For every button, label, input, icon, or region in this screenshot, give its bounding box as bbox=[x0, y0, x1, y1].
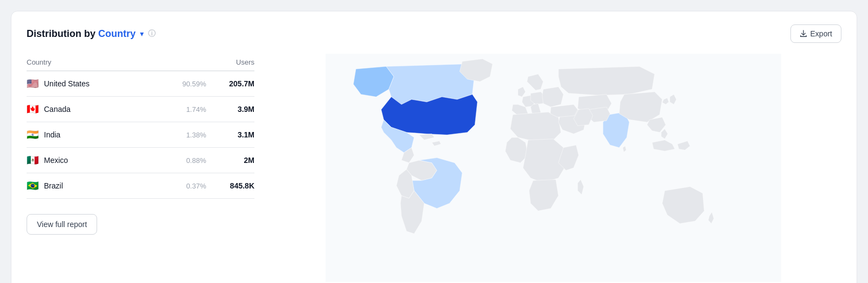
percentage-value: 1.74% bbox=[179, 105, 206, 114]
col-users-header: Users bbox=[236, 58, 254, 66]
table-rows: 🇺🇸 United States 90.59% 205.7M 🇨🇦 Canada… bbox=[27, 71, 254, 199]
export-button[interactable]: Export bbox=[790, 24, 841, 43]
users-value: 205.7M bbox=[219, 79, 254, 88]
country-flag: 🇺🇸 bbox=[27, 79, 39, 89]
table-row[interactable]: 🇨🇦 Canada 1.74% 3.9M bbox=[27, 97, 254, 122]
metrics-cell: 90.59% 205.7M bbox=[179, 79, 254, 88]
country-name: Mexico bbox=[44, 156, 68, 165]
percentage-value: 0.37% bbox=[179, 182, 206, 190]
metrics-cell: 0.88% 2M bbox=[179, 156, 254, 165]
users-value: 3.1M bbox=[219, 130, 254, 139]
country-name: United States bbox=[44, 79, 90, 88]
country-cell: 🇨🇦 Canada bbox=[27, 104, 71, 114]
page-title: Distribution by Country bbox=[27, 28, 136, 40]
table-row[interactable]: 🇲🇽 Mexico 0.88% 2M bbox=[27, 148, 254, 173]
percentage-value: 90.59% bbox=[179, 80, 206, 88]
card-header: Distribution by Country ▾ ⓘ Export bbox=[27, 24, 841, 43]
export-icon bbox=[800, 30, 807, 37]
country-cell: 🇮🇳 India bbox=[27, 130, 60, 140]
north-africa-path bbox=[510, 112, 561, 141]
table-header: Country Users bbox=[27, 54, 254, 71]
country-cell: 🇲🇽 Mexico bbox=[27, 155, 68, 165]
eastern-europe-path bbox=[542, 87, 563, 107]
table-row[interactable]: 🇮🇳 India 1.38% 3.1M bbox=[27, 122, 254, 148]
country-flag: 🇧🇷 bbox=[27, 181, 39, 191]
chevron-down-icon[interactable]: ▾ bbox=[140, 29, 144, 38]
distribution-card: Distribution by Country ▾ ⓘ Export Count… bbox=[11, 11, 857, 283]
country-cell: 🇧🇷 Brazil bbox=[27, 181, 63, 191]
col-country-header: Country bbox=[27, 58, 52, 66]
percentage-value: 0.88% bbox=[179, 156, 206, 165]
percentage-value: 1.38% bbox=[179, 131, 206, 139]
country-name: Canada bbox=[44, 105, 71, 114]
metrics-cell: 1.74% 3.9M bbox=[179, 105, 254, 114]
table-row[interactable]: 🇺🇸 United States 90.59% 205.7M bbox=[27, 71, 254, 97]
metrics-cell: 0.37% 845.8K bbox=[179, 181, 254, 190]
users-value: 3.9M bbox=[219, 105, 254, 114]
table-section: Country Users 🇺🇸 United States 90.59% 20… bbox=[27, 54, 254, 282]
country-name: Brazil bbox=[44, 181, 63, 190]
header-left: Distribution by Country ▾ ⓘ bbox=[27, 28, 156, 40]
table-row[interactable]: 🇧🇷 Brazil 0.37% 845.8K bbox=[27, 173, 254, 199]
russia-path bbox=[558, 66, 654, 95]
country-flag: 🇮🇳 bbox=[27, 130, 39, 140]
view-full-report-button[interactable]: View full report bbox=[27, 214, 97, 235]
world-map bbox=[265, 54, 841, 282]
map-section bbox=[265, 54, 841, 282]
country-cell: 🇺🇸 United States bbox=[27, 79, 90, 89]
info-icon[interactable]: ⓘ bbox=[148, 29, 156, 39]
country-flag: 🇨🇦 bbox=[27, 104, 39, 114]
card-body: Country Users 🇺🇸 United States 90.59% 20… bbox=[27, 54, 841, 282]
users-value: 2M bbox=[219, 156, 254, 165]
country-name: India bbox=[44, 130, 60, 139]
users-value: 845.8K bbox=[219, 181, 254, 190]
country-flag: 🇲🇽 bbox=[27, 155, 39, 165]
metrics-cell: 1.38% 3.1M bbox=[179, 130, 254, 139]
